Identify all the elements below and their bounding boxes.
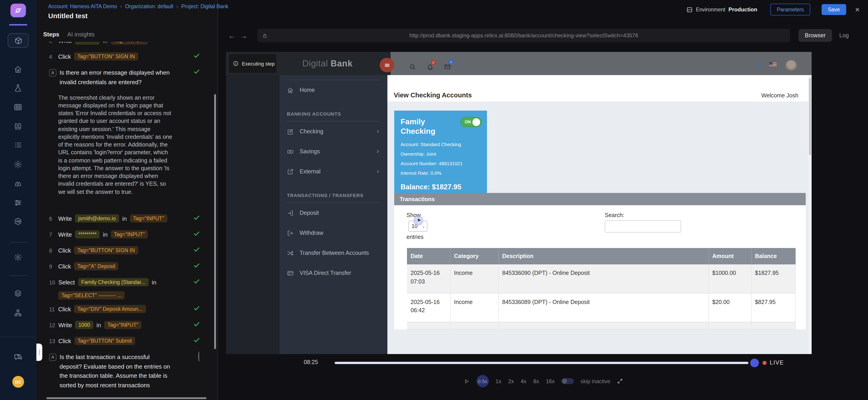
fullscreen-icon[interactable] — [617, 378, 623, 384]
step-value-chip[interactable]: ********* — [75, 230, 100, 238]
step-row[interactable]: 11ClickTag="DIV" Deposit Amoun... — [49, 305, 200, 314]
tab-ai-insights[interactable]: AI insights — [67, 31, 95, 38]
sidebar-item-savings[interactable]: Savings — [287, 142, 380, 162]
sidebar-item-infinity[interactable] — [13, 217, 23, 226]
speed-8x-button[interactable]: 8x — [533, 378, 539, 384]
sidebar-item-home[interactable]: Home — [287, 80, 380, 100]
sidebar-item-transfer-between-accounts[interactable]: Transfer Between Accounts — [287, 243, 380, 263]
breadcrumb-link[interactable]: Project: Digital Bank — [181, 4, 228, 9]
table-cell: 2025-05-16 07:03 — [407, 264, 450, 293]
breadcrumb-link[interactable]: Account: Harness AITA Demo — [48, 4, 117, 9]
step-target-chip[interactable]: Tag="INPUT" — [130, 215, 167, 223]
account-toggle[interactable]: ON — [461, 117, 482, 127]
sidebar-item-gear[interactable] — [13, 253, 23, 262]
step-target-chip[interactable]: Tag="DIV" Deposit Amoun... — [74, 305, 146, 313]
environment-icon — [686, 6, 693, 13]
speed-1x-button[interactable]: 1x — [496, 378, 501, 384]
table-row[interactable]: 2025-05-16 07:03Income845336090 (DPT) - … — [407, 264, 795, 293]
environment-selector[interactable]: Environment Production — [686, 6, 757, 13]
steps-vertical-scrollbar[interactable] — [214, 94, 216, 349]
sidebar-item-flask[interactable] — [13, 84, 23, 93]
breadcrumb-link[interactable]: Organization: default — [125, 4, 173, 9]
hamburger-menu-button[interactable] — [380, 58, 394, 73]
sidebar-item-grid[interactable] — [13, 103, 23, 112]
skip-inactive-toggle[interactable] — [562, 378, 574, 384]
table-header[interactable]: Balance — [751, 248, 795, 264]
parameters-button[interactable]: Parameters — [771, 4, 810, 16]
table-row[interactable]: 2025-05-16 06:42Income845336089 (DPT) - … — [407, 293, 795, 322]
panel-collapse-handle[interactable] — [36, 344, 42, 361]
question-circle-icon[interactable] — [756, 61, 764, 69]
step-row[interactable]: 7Write*********inTag="INPUT" — [49, 230, 200, 239]
step-row[interactable]: AIs there an error message displayed whe… — [49, 68, 200, 87]
step-value-chip[interactable]: ********* — [75, 42, 100, 45]
harness-logo-icon[interactable] — [10, 4, 26, 17]
close-icon[interactable]: ✕ — [853, 5, 862, 14]
playback-progress-bar[interactable] — [335, 362, 748, 364]
sidebar-item-cards[interactable] — [13, 122, 23, 131]
steps-list[interactable]: 3Write*********inTag="INPUT"4ClickTag="B… — [49, 42, 200, 400]
us-flag-icon[interactable] — [769, 62, 777, 67]
sidebar-item-layers[interactable] — [13, 289, 23, 298]
step-row[interactable]: 8ClickTag="BUTTON" SIGN IN — [49, 246, 200, 255]
sidebar-item-module-active[interactable] — [8, 33, 29, 48]
table-header[interactable]: Amount — [708, 248, 751, 264]
back-icon[interactable]: ← — [228, 32, 235, 39]
help-chat-icon[interactable] — [13, 353, 23, 362]
step-row[interactable]: 3Write*********inTag="INPUT" — [49, 42, 200, 46]
app-scrollbar[interactable] — [808, 75, 812, 354]
sidebar-item-checking[interactable]: Checking — [287, 121, 380, 142]
step-target-chip[interactable]: Tag="SELECT" ---------- ... — [58, 291, 125, 299]
step-value-chip[interactable]: jsmith@demo.io — [75, 215, 119, 223]
account-card[interactable]: ON Family Checking Account: Standard Che… — [394, 111, 487, 204]
sidebar-item-withdraw[interactable]: Withdraw — [287, 223, 380, 243]
step-row[interactable]: 4ClickTag="BUTTON" SIGN IN — [49, 52, 200, 61]
save-button[interactable]: Save — [822, 4, 846, 15]
table-header[interactable]: Date — [407, 248, 450, 264]
sidebar-item-orgchart[interactable] — [13, 309, 23, 318]
tab-log[interactable]: Log — [837, 29, 851, 42]
speed-2x-button[interactable]: 2x — [508, 378, 514, 384]
step-row[interactable]: 13ClickTag="BUTTON" Submit — [49, 337, 200, 346]
step-row[interactable]: 6Writejsmith@demo.ioinTag="INPUT" — [49, 215, 200, 223]
speed-4x-button[interactable]: 4x — [521, 378, 526, 384]
step-value-chip[interactable]: Family Checking (Standar... — [78, 278, 149, 286]
sidebar-item-list[interactable] — [13, 141, 23, 150]
sidebar-item-deposit[interactable]: Deposit — [287, 203, 380, 223]
tab-browser[interactable]: Browser — [799, 29, 832, 42]
sidebar-item-headset[interactable] — [13, 179, 23, 189]
sidebar-item-sliders[interactable] — [13, 198, 23, 207]
search-input[interactable] — [605, 220, 681, 232]
step-target-chip[interactable]: Tag="BUTTON" SIGN IN — [74, 52, 138, 60]
table-header[interactable]: Category — [450, 248, 498, 264]
step-target-chip[interactable]: Tag="INPUT" — [111, 42, 148, 45]
speed-16x-button[interactable]: 16x — [546, 378, 555, 384]
steps-horizontal-scrollbar[interactable] — [46, 397, 207, 399]
bank-user-avatar[interactable] — [785, 60, 797, 72]
sidebar-item-home[interactable] — [13, 65, 23, 74]
search-icon[interactable] — [409, 63, 416, 70]
step-row[interactable]: AIs the last transaction a successful de… — [49, 353, 200, 391]
speed-0.5x-button[interactable]: 0.5x — [476, 375, 489, 387]
step-value-chip[interactable]: 1000 — [75, 321, 93, 329]
user-avatar[interactable]: DC — [12, 376, 24, 388]
step-target-chip[interactable]: Tag="INPUT" — [104, 321, 142, 329]
sidebar-item-gear[interactable] — [13, 160, 23, 169]
step-row[interactable]: 10SelectFamily Checking (Standar...in — [49, 278, 200, 287]
play-icon[interactable] — [463, 378, 470, 384]
table-header[interactable]: Description — [498, 248, 708, 264]
url-bar[interactable]: http://prod.dbank.staging-apps.relicx.ai… — [257, 29, 790, 42]
playback-scrubber[interactable] — [750, 359, 759, 367]
step-target-chip[interactable]: Tag="INPUT" — [111, 230, 148, 238]
step-target-chip[interactable]: Tag="BUTTON" SIGN IN — [74, 246, 138, 254]
table-cell: 845336089 (DPT) - Online Deposit — [498, 293, 708, 322]
sidebar-item-external[interactable]: External — [287, 162, 380, 181]
sidebar-item-visa-direct-transfer[interactable]: VISA Direct Transfer — [287, 263, 380, 283]
forward-icon[interactable]: → — [241, 32, 247, 39]
tab-steps[interactable]: Steps — [43, 31, 59, 38]
step-target-chip[interactable]: Tag="A" Deposit — [74, 262, 119, 270]
step-row[interactable]: 9ClickTag="A" Deposit — [49, 262, 200, 271]
step-target-chip[interactable]: Tag="BUTTON" Submit — [74, 337, 135, 345]
step-row[interactable]: 12Write1000inTag="INPUT" — [49, 321, 200, 330]
sidebar-section-title: BANKING ACCOUNTS — [287, 111, 380, 116]
